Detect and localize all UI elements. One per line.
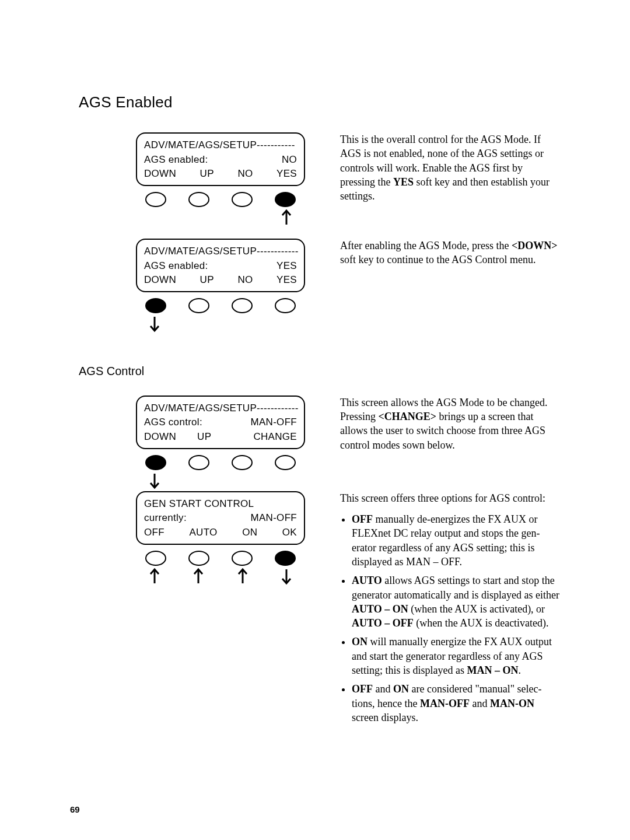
softkey-button[interactable]	[145, 455, 166, 470]
softkey-button[interactable]	[275, 298, 296, 313]
lcd-screen-1: ADV/MATE/AGS/SETUP----------- AGS enable…	[136, 132, 305, 228]
softkey-button[interactable]	[188, 298, 209, 313]
page-number: 69	[70, 804, 80, 814]
lcd-label: currently:	[144, 511, 187, 526]
arrow-row	[136, 567, 305, 587]
softkey-up: UP	[200, 167, 214, 181]
list-item: OFF manually de-energizes the FX AUX or …	[352, 512, 560, 569]
softkey-ok: OK	[282, 526, 297, 540]
softkey-button[interactable]	[188, 551, 209, 566]
softkey-change: CHANGE	[253, 430, 297, 444]
lcd-header: ADV/MATE/AGS/SETUP------------	[144, 244, 297, 259]
section-heading-ags-enabled: AGS Enabled	[79, 93, 560, 111]
lcd-screen-3: ADV/MATE/AGS/SETUP------------ AGS contr…	[136, 396, 305, 491]
lcd-header: ADV/MATE/AGS/SETUP-----------	[144, 138, 297, 153]
list-item: AUTO allows AGS settings to start and st…	[352, 573, 560, 630]
arrow-up-icon	[277, 208, 296, 227]
softkey-button[interactable]	[232, 455, 253, 470]
softkey-auto: AUTO	[189, 526, 217, 540]
list-item: OFF and ON are considered "manual" selec…	[352, 682, 560, 724]
lcd-header: ADV/MATE/AGS/SETUP------------	[144, 401, 297, 416]
button-row	[136, 545, 305, 567]
button-row	[136, 292, 305, 314]
softkey-button[interactable]	[275, 551, 296, 566]
lcd-value: MAN-OFF	[250, 511, 297, 526]
lcd-value: YES	[276, 259, 297, 274]
arrow-row	[136, 208, 305, 228]
arrow-down-icon	[277, 567, 296, 586]
arrow-down-icon	[145, 314, 164, 333]
softkey-down: DOWN	[144, 167, 176, 181]
softkey-up: UP	[200, 273, 214, 288]
button-row	[136, 449, 305, 471]
softkey-button[interactable]	[232, 551, 253, 566]
softkey-button[interactable]	[145, 192, 166, 207]
para-4-lead: This screen offers three options for AGS…	[340, 491, 560, 505]
softkey-button[interactable]	[232, 298, 253, 313]
arrow-up-icon	[233, 567, 252, 586]
para-2: After enabling the AGS Mode, press the <…	[340, 239, 560, 267]
lcd-value: NO	[282, 153, 297, 167]
softkey-down: DOWN	[144, 430, 176, 444]
softkey-off: OFF	[144, 526, 164, 540]
para-3: This screen allows the AGS Mode to be ch…	[340, 396, 560, 452]
lcd-header: GEN START CONTROL	[144, 497, 297, 512]
softkey-button[interactable]	[275, 192, 296, 207]
softkey-button[interactable]	[188, 192, 209, 207]
softkey-down: DOWN	[144, 273, 176, 288]
lcd-label: AGS control:	[144, 415, 202, 430]
arrow-down-icon	[145, 471, 164, 490]
options-list: OFF manually de-energizes the FX AUX or …	[340, 512, 560, 724]
arrow-up-icon	[145, 567, 164, 586]
softkey-button[interactable]	[188, 455, 209, 470]
softkey-no: NO	[237, 167, 253, 181]
softkey-button[interactable]	[145, 298, 166, 313]
lcd-label: AGS enabled:	[144, 153, 208, 167]
list-item: ON will manually energize the FX AUX out…	[352, 635, 560, 677]
softkey-yes: YES	[276, 167, 297, 181]
softkey-yes: YES	[276, 273, 297, 288]
softkey-up: UP	[197, 430, 211, 444]
lcd-label: AGS enabled:	[144, 259, 208, 274]
softkey-on: ON	[242, 526, 257, 540]
lcd-screen-2: ADV/MATE/AGS/SETUP------------ AGS enabl…	[136, 239, 305, 334]
softkey-button[interactable]	[145, 551, 166, 566]
arrow-row	[136, 314, 305, 334]
para-1: This is the overall control for the AGS …	[340, 132, 560, 203]
button-row	[136, 186, 305, 208]
softkey-button[interactable]	[275, 455, 296, 470]
lcd-value: MAN-OFF	[250, 415, 297, 430]
arrow-row	[136, 471, 305, 491]
softkey-button[interactable]	[232, 192, 253, 207]
softkey-no: NO	[237, 273, 253, 288]
arrow-up-icon	[189, 567, 208, 586]
section-heading-ags-control: AGS Control	[79, 365, 560, 378]
lcd-screen-4: GEN START CONTROL currently: MAN-OFF OFF…	[136, 491, 305, 587]
